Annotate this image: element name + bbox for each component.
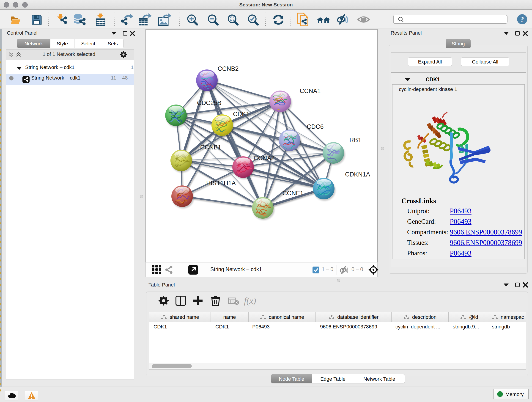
svg-text:CDK1: CDK1 xyxy=(233,111,249,118)
svg-text:CCNA2: CCNA2 xyxy=(254,155,275,162)
svg-text:CCNE1: CCNE1 xyxy=(283,190,304,197)
svg-text:CCNB1: CCNB1 xyxy=(200,144,221,151)
svg-text:CCNA1: CCNA1 xyxy=(300,88,321,95)
svg-text:RB1: RB1 xyxy=(349,137,361,143)
svg-text:CDC6: CDC6 xyxy=(307,123,324,130)
svg-text:CCNB2: CCNB2 xyxy=(218,65,239,72)
svg-text:CDC25B: CDC25B xyxy=(197,99,222,106)
svg-text:?: ? xyxy=(520,15,524,23)
svg-text:HIST1H1A: HIST1H1A xyxy=(206,180,236,186)
svg-text:CDKN1A: CDKN1A xyxy=(345,171,370,178)
